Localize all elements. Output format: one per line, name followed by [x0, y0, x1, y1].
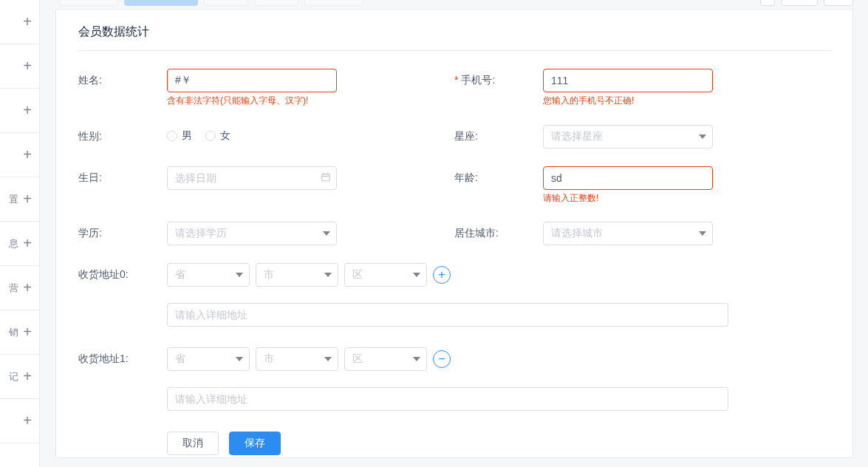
plus-icon: +: [23, 146, 32, 163]
label-zodiac: 星座:: [454, 125, 543, 143]
zodiac-select[interactable]: 请选择星座: [543, 125, 713, 149]
sidebar-item[interactable]: +: [0, 44, 39, 89]
chevron-down-icon: [699, 231, 706, 236]
radio-icon: [167, 131, 177, 141]
sidebar-item[interactable]: 记+: [0, 355, 39, 399]
cancel-button[interactable]: 取消: [167, 432, 219, 455]
addr0-district-select[interactable]: 区: [344, 263, 427, 287]
label-addr0: 收货地址0:: [78, 263, 167, 282]
education-select[interactable]: 请选择学历: [167, 222, 337, 245]
gender-male-radio[interactable]: 男: [167, 129, 192, 143]
plus-icon: +: [23, 102, 32, 119]
label-gender: 性别:: [78, 125, 167, 143]
svg-rect-0: [322, 174, 330, 180]
addr0-province-select[interactable]: 省: [167, 263, 250, 287]
plus-icon: +: [23, 235, 32, 252]
chevron-down-icon: [413, 273, 420, 277]
save-button[interactable]: 保存: [229, 432, 281, 455]
phone-error: 您输入的手机号不正确!: [543, 95, 713, 107]
addr0-detail-input[interactable]: [167, 303, 728, 327]
label-education: 学历:: [78, 222, 167, 240]
label-name: 姓名:: [78, 69, 167, 87]
addr1-province-select[interactable]: 省: [167, 347, 250, 371]
chevron-down-icon: [413, 357, 420, 361]
sidebar-item[interactable]: 息+: [0, 222, 39, 266]
chevron-down-icon: [324, 357, 332, 361]
addr0-city-select[interactable]: 市: [256, 263, 338, 287]
sidebar: + + + + 置+ 息+ 营+ 销+ 记+ +: [0, 0, 40, 467]
addr1-city-select[interactable]: 市: [256, 347, 338, 371]
chevron-down-icon: [324, 273, 332, 277]
age-error: 请输入正整数!: [543, 193, 713, 205]
age-input[interactable]: [543, 166, 713, 190]
label-addr1: 收货地址1:: [78, 347, 167, 366]
addr1-detail-input[interactable]: [167, 387, 728, 411]
plus-icon: +: [438, 269, 445, 281]
sidebar-item[interactable]: +: [0, 399, 39, 443]
calendar-icon: [321, 171, 331, 184]
sidebar-item[interactable]: +: [0, 0, 39, 44]
plus-icon: +: [23, 58, 32, 75]
phone-input[interactable]: [543, 69, 713, 92]
minus-icon: −: [438, 353, 445, 365]
label-city: 居住城市:: [454, 222, 543, 240]
plus-icon: +: [23, 368, 32, 385]
name-error: 含有非法字符(只能输入字母、汉字)!: [167, 95, 337, 107]
label-age: 年龄:: [454, 166, 543, 185]
sidebar-item[interactable]: 营+: [0, 266, 39, 310]
city-select[interactable]: 请选择城市: [543, 222, 713, 245]
label-birthday: 生日:: [78, 166, 167, 185]
sidebar-item[interactable]: +: [0, 133, 39, 177]
label-phone: *手机号:: [454, 69, 543, 87]
plus-icon: +: [23, 191, 32, 208]
chevron-down-icon: [323, 231, 330, 236]
name-input[interactable]: [167, 69, 337, 92]
chevron-down-icon: [236, 357, 243, 361]
plus-icon: +: [23, 412, 32, 429]
birthday-input[interactable]: [167, 166, 337, 190]
plus-icon: +: [23, 324, 32, 341]
addr1-district-select[interactable]: 区: [344, 347, 427, 371]
add-address-button[interactable]: +: [433, 266, 451, 284]
radio-icon: [205, 131, 216, 141]
gender-female-radio[interactable]: 女: [205, 129, 230, 143]
sidebar-item[interactable]: 置+: [0, 177, 39, 222]
remove-address-button[interactable]: −: [433, 350, 451, 368]
page-title: 会员数据统计: [78, 24, 830, 51]
plus-icon: +: [23, 13, 32, 30]
chevron-down-icon: [699, 134, 706, 139]
plus-icon: +: [23, 279, 32, 296]
sidebar-item[interactable]: +: [0, 89, 39, 133]
main-panel: 会员数据统计 姓名: 含有非法字符(只能输入字母、汉字)! *手机号: 您输入的…: [55, 9, 853, 458]
sidebar-item[interactable]: 销+: [0, 310, 39, 355]
chevron-down-icon: [236, 273, 243, 277]
